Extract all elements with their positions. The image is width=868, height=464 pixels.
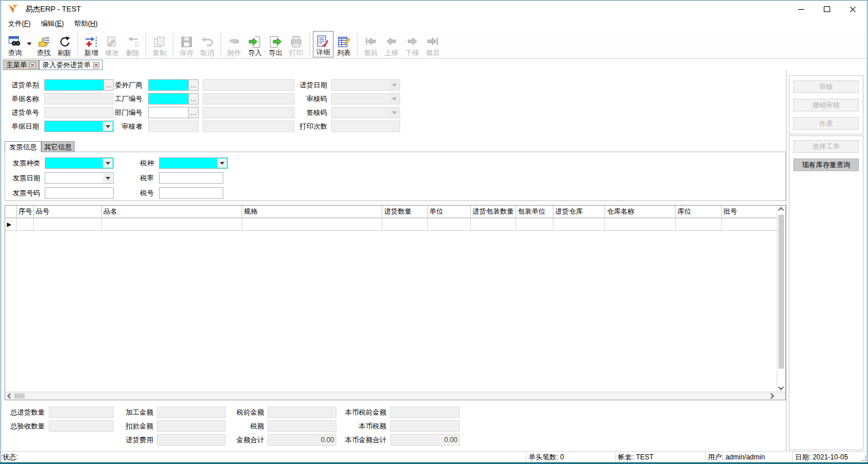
invoice-type-combo[interactable]	[45, 157, 114, 169]
menu-help-key: H	[90, 20, 95, 28]
scroll-left-icon[interactable]	[6, 392, 14, 400]
grid-column-warehouse-name[interactable]: 仓库名称	[605, 206, 676, 218]
close-button[interactable]	[840, 1, 866, 18]
doc-date-combo[interactable]	[44, 121, 114, 132]
menu-edit[interactable]: 编辑(E)	[36, 19, 69, 29]
list-icon	[337, 35, 351, 49]
audit-button: 审核	[793, 80, 859, 93]
tax-no-input[interactable]	[159, 187, 223, 199]
grid-column-pack-qty[interactable]: 进货包装数量	[471, 206, 516, 218]
subtab-other-info[interactable]: 其它信息	[41, 141, 75, 152]
menu-file-text-end: )	[28, 20, 30, 28]
grid-column-item-name[interactable]: 品名	[102, 206, 242, 218]
toolbar-button-add[interactable]: 新增	[81, 31, 102, 57]
factory-no-input[interactable]	[148, 93, 189, 105]
tab-close-icon[interactable]	[93, 62, 99, 68]
menu-bar: 文件(F) 编辑(E) 帮助(H)	[0, 18, 868, 30]
invoice-date-combo[interactable]	[45, 172, 114, 184]
grid-column-spec[interactable]: 规格	[242, 206, 382, 218]
vendor-lookup-button[interactable]: …	[188, 79, 199, 91]
grid-cell[interactable]	[34, 218, 102, 231]
query-dropdown-arrow[interactable]	[25, 31, 33, 57]
toolbar-button-list[interactable]: 列表	[334, 31, 354, 57]
toolbar-button-attachment: 附件	[224, 31, 245, 57]
tax-rate-input[interactable]	[159, 172, 223, 184]
app-window: 易杰ERP - TEST 文件(F) 编辑(E) 帮助(H) 查询 查找 刷新	[0, 0, 868, 464]
invoice-no-input[interactable]	[45, 187, 114, 199]
grid-cell[interactable]	[428, 218, 471, 231]
grid-cell[interactable]	[471, 218, 516, 231]
find-icon	[37, 35, 51, 49]
factory-no-lookup-button[interactable]: …	[188, 93, 199, 105]
chevron-down-icon[interactable]	[103, 173, 113, 183]
grid-cell[interactable]	[722, 218, 777, 231]
select-work-order-button: 选择工单	[793, 140, 859, 153]
grid-horizontal-scrollbar[interactable]	[5, 392, 785, 400]
tax-kind-combo[interactable]	[159, 157, 228, 169]
toolbar-button-label: 详细	[316, 48, 330, 57]
grid-column-lot-no[interactable]: 批号	[722, 206, 777, 218]
grid-cell[interactable]	[605, 218, 676, 231]
field-label-order-no: 进货单号	[6, 107, 39, 118]
tab-label: 录入委外进货单	[42, 60, 91, 70]
vertical-scroll-thumb[interactable]	[778, 215, 784, 369]
grid-cell[interactable]	[676, 218, 722, 231]
toolbar-button-label: 上移	[385, 49, 398, 57]
toolbar-button-save: 保存	[176, 31, 197, 57]
horizontal-scroll-thumb[interactable]	[14, 393, 25, 399]
close-icon	[849, 6, 857, 13]
grid-cell[interactable]	[382, 218, 428, 231]
minimize-button[interactable]	[788, 1, 814, 18]
tab-outsourcing-receipt-entry[interactable]: 录入委外进货单	[39, 60, 103, 70]
grid-cell[interactable]	[102, 218, 242, 231]
maximize-button[interactable]	[814, 1, 840, 18]
dept-no-input[interactable]	[148, 107, 189, 118]
total-qty-input	[49, 407, 114, 418]
toolbar-button-refresh[interactable]: 刷新	[54, 31, 75, 57]
vendor-input[interactable]	[148, 79, 189, 91]
menu-help[interactable]: 帮助(H)	[69, 19, 103, 29]
receipt-fee-input	[157, 434, 226, 446]
chevron-down-icon[interactable]	[217, 158, 227, 168]
subtab-invoice-info[interactable]: 发票信息	[5, 141, 41, 152]
arrow-left-icon	[385, 35, 398, 49]
menu-file[interactable]: 文件(F)	[3, 19, 36, 29]
toolbar-button-find[interactable]: 查找	[33, 31, 54, 57]
toolbar-button-detail[interactable]: 详细	[313, 31, 334, 57]
scroll-down-icon[interactable]	[777, 384, 785, 391]
tab-close-icon[interactable]	[29, 62, 36, 68]
scroll-up-icon[interactable]	[777, 206, 785, 214]
field-label-auditor: 审核者	[104, 121, 142, 132]
resize-grip[interactable]	[861, 455, 866, 461]
grid-cell[interactable]	[553, 218, 605, 231]
grid-column-receipt-qty[interactable]: 进货数量	[382, 206, 428, 218]
grid-cell[interactable]	[516, 218, 553, 231]
base-amt-total-input	[390, 434, 460, 446]
toolbar-button-export[interactable]: 导出	[265, 31, 286, 57]
field-label-base-tax-amt: 本币税额	[321, 420, 386, 432]
dept-no-lookup-button[interactable]: …	[188, 107, 199, 118]
stock-quantity-query-button[interactable]: 现有库存量查询	[793, 158, 859, 171]
grid-column-item-no[interactable]: 品号	[34, 206, 102, 218]
order-type-input[interactable]	[44, 79, 104, 91]
chevron-down-icon[interactable]	[103, 158, 113, 168]
grid-vertical-scrollbar[interactable]	[777, 206, 785, 392]
grid-column-pack-unit[interactable]: 包装单位	[516, 206, 553, 218]
grid-column-bin[interactable]: 库位	[676, 206, 722, 218]
scroll-right-icon[interactable]	[768, 392, 775, 400]
grid-cell[interactable]	[17, 218, 34, 231]
grid-column-seq[interactable]: 序号	[17, 206, 34, 218]
menu-edit-text-end: )	[61, 20, 64, 28]
field-label-receipt-fee: 进货费用	[112, 434, 153, 446]
grid-column-warehouse[interactable]: 进货仓库	[553, 206, 605, 218]
toolbar-button-import[interactable]: 导入	[245, 31, 265, 57]
grid-column-unit[interactable]: 单位	[428, 206, 471, 218]
grid-cell[interactable]	[242, 218, 382, 231]
first-icon	[364, 35, 378, 49]
toolbar-button-query[interactable]: 查询	[5, 31, 25, 57]
tab-main-menu[interactable]: 主菜单	[3, 60, 39, 70]
field-label-order-type: 进货单别	[6, 79, 39, 91]
toolbar-button-label: 打印	[289, 49, 303, 57]
grid-row-selector: ▶	[5, 218, 17, 231]
toolbar-button-modify: 修改	[102, 31, 122, 57]
